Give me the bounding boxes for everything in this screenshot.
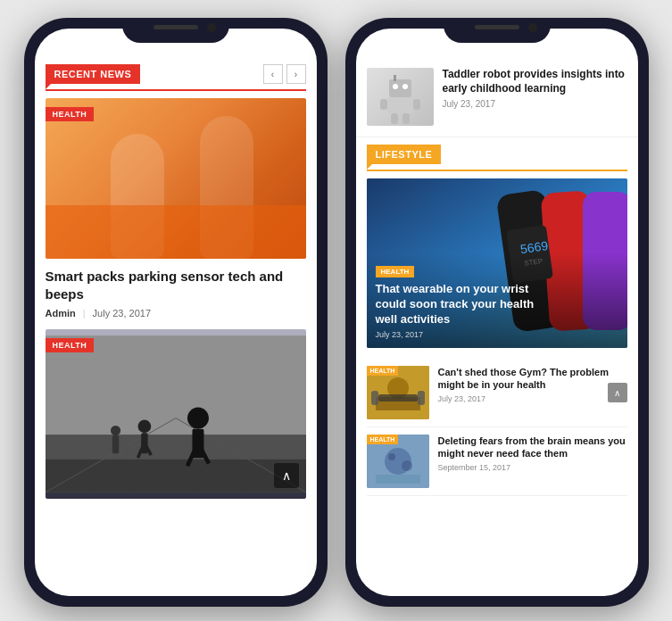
camera-2 xyxy=(528,23,537,32)
svg-point-17 xyxy=(393,84,398,89)
svg-point-5 xyxy=(137,419,151,433)
phone-1-content: RECENT NEWS ‹ › HEALTH Smart packs parki… xyxy=(35,29,317,596)
article-2-image-wrap: HEALTH ∧ xyxy=(46,329,306,499)
gym-thumbnail: HEALTH xyxy=(367,366,429,419)
featured-title-line3: well activities xyxy=(376,312,451,326)
top-article-text: Taddler robot provides insights into ear… xyxy=(443,68,627,126)
article-1-author: Admin xyxy=(46,308,76,319)
svg-rect-22 xyxy=(391,113,398,124)
svg-rect-41 xyxy=(376,475,420,484)
svg-rect-2 xyxy=(46,460,306,493)
fear-category: HEALTH xyxy=(367,435,399,444)
nav-next-button[interactable]: › xyxy=(286,64,306,84)
top-article: Taddler robot provides insights into ear… xyxy=(356,57,638,137)
phone-1: RECENT NEWS ‹ › HEALTH Smart packs parki… xyxy=(24,18,328,607)
gym-article-date: July 23, 2017 xyxy=(438,394,627,403)
article-1-image xyxy=(46,98,306,259)
meta-divider: | xyxy=(83,308,86,319)
camera-1 xyxy=(207,23,216,32)
section-header: RECENT NEWS ‹ › xyxy=(35,57,317,89)
lifestyle-header: LIFESTYLE xyxy=(356,137,638,170)
svg-point-39 xyxy=(388,453,395,460)
phone-2: Taddler robot provides insights into ear… xyxy=(345,18,649,607)
svg-rect-20 xyxy=(380,99,387,110)
gym-article[interactable]: HEALTH Can't shed those Gym? The problem… xyxy=(367,359,627,427)
orange-block xyxy=(46,205,306,259)
fear-article-text: Deleting fears from the brain means you … xyxy=(438,435,627,488)
fear-article[interactable]: HEALTH Deleting fears from the brain mea… xyxy=(367,427,627,496)
top-article-thumbnail xyxy=(367,68,434,126)
article-1-title: Smart packs parking sensor tech and beep… xyxy=(46,268,306,302)
article-1-image-wrap: HEALTH xyxy=(46,98,306,259)
scroll-up-p2-button[interactable]: ∧ xyxy=(608,383,627,402)
featured-article[interactable]: 5669 STEP HEALTH That wearable on your w… xyxy=(367,178,627,348)
red-divider xyxy=(46,89,306,91)
gym-article-text: Can't shed those Gym? The problem might … xyxy=(438,366,627,419)
svg-rect-16 xyxy=(394,75,396,81)
speaker-1 xyxy=(153,25,198,29)
small-articles: HEALTH Can't shed those Gym? The problem… xyxy=(356,359,638,496)
top-article-date: July 23, 2017 xyxy=(443,99,627,109)
phone-2-screen: Taddler robot provides insights into ear… xyxy=(356,29,638,596)
article-1-date: July 23, 2017 xyxy=(93,308,151,319)
svg-point-18 xyxy=(402,84,408,89)
runner-svg xyxy=(46,329,306,499)
notch-2 xyxy=(444,18,551,43)
featured-overlay: HEALTH That wearable on your wrist could… xyxy=(367,253,627,348)
top-article-title: Taddler robot provides insights into ear… xyxy=(443,68,627,95)
phone-1-screen: RECENT NEWS ‹ › HEALTH Smart packs parki… xyxy=(35,29,317,596)
orange-divider xyxy=(367,170,627,171)
nav-arrows: ‹ › xyxy=(263,64,306,84)
fear-article-date: September 15, 2017 xyxy=(438,463,627,472)
nav-prev-button[interactable]: ‹ xyxy=(263,64,283,84)
phone-2-content: Taddler robot provides insights into ear… xyxy=(356,29,638,596)
robot-image xyxy=(367,68,434,126)
featured-category: HEALTH xyxy=(376,266,415,277)
svg-rect-34 xyxy=(371,391,378,405)
notch-1 xyxy=(122,18,229,43)
featured-title-line1: That wearable on your wrist xyxy=(376,282,529,295)
svg-rect-23 xyxy=(402,113,410,124)
article-2-category: HEALTH xyxy=(46,338,95,352)
robot-svg xyxy=(371,70,429,124)
article-1-category: HEALTH xyxy=(46,107,95,121)
featured-date: July 23, 2017 xyxy=(376,330,618,339)
svg-rect-15 xyxy=(389,79,411,97)
featured-title: That wearable on your wrist could soon t… xyxy=(376,282,618,327)
svg-point-40 xyxy=(402,460,412,471)
svg-rect-36 xyxy=(378,394,418,402)
svg-rect-14 xyxy=(112,435,118,453)
speaker-2 xyxy=(475,25,519,29)
gym-category: HEALTH xyxy=(367,366,399,376)
scroll-up-button[interactable]: ∧ xyxy=(274,463,299,488)
recent-news-badge: RECENT NEWS xyxy=(46,64,141,84)
svg-rect-35 xyxy=(418,391,425,405)
featured-title-line2: could soon track your health xyxy=(376,297,535,310)
svg-rect-19 xyxy=(387,97,413,113)
fear-article-title: Deleting fears from the brain means you … xyxy=(438,435,627,460)
gym-article-title: Can't shed those Gym? The problem might … xyxy=(438,366,627,392)
svg-rect-21 xyxy=(413,99,420,110)
lifestyle-badge: LIFESTYLE xyxy=(367,145,442,164)
fear-thumbnail: HEALTH xyxy=(367,435,429,488)
article-2-image xyxy=(46,329,306,499)
svg-point-13 xyxy=(111,426,120,435)
svg-point-9 xyxy=(187,408,208,429)
article-1-meta: Admin | July 23, 2017 xyxy=(46,308,306,319)
